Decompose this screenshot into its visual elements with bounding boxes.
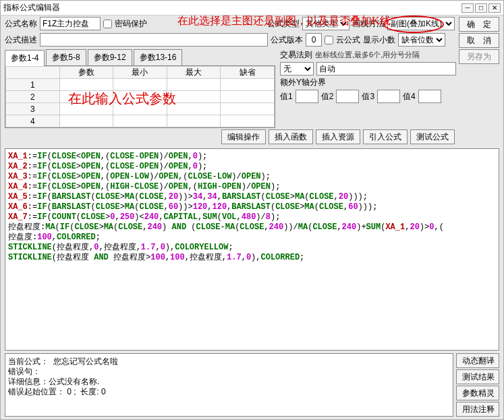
top-area: 公式名称 密码保护 在此选择是主图还是副图，以及是否叠加K线 公式类型 其他类型… (1, 16, 503, 146)
param-header-min: 最小 (113, 67, 167, 79)
saveas-button[interactable]: 另存为 (459, 49, 499, 64)
insert-res-button[interactable]: 插入资源 (316, 129, 360, 144)
v4-label: 值4 (403, 91, 416, 102)
decimal-label: 显示小数 (363, 34, 395, 46)
p3-name[interactable] (60, 104, 113, 115)
import-formula-button[interactable]: 引入公式 (363, 129, 408, 144)
p3-def[interactable] (221, 104, 274, 115)
p4-max[interactable] (167, 116, 221, 127)
p4-name[interactable] (60, 116, 113, 127)
param-header-default: 缺省 (221, 67, 275, 79)
close-icon[interactable]: ✕ (488, 3, 501, 13)
bottom-area: 当前公式： 您忘记写公式名啦 错误句： 详细信息：公式没有名称. 错误起始位置：… (5, 353, 499, 417)
toolbar: 编辑操作 插入函数 插入资源 引入公式 测试公式 (1, 128, 459, 146)
version-input[interactable] (306, 33, 322, 47)
password-checkbox[interactable] (103, 20, 112, 28)
param-header-blank (6, 67, 60, 79)
draw-select[interactable]: 副图(叠加K线) (387, 17, 455, 30)
p1-name[interactable] (60, 80, 113, 90)
draw-label: 画线方法 (352, 18, 385, 30)
upper-area: 参数1-4 参数5-8 参数9-12 参数13-16 参数 最小 最大 (1, 48, 459, 128)
v1-input[interactable] (296, 90, 318, 103)
version-label: 公式版本 (271, 34, 303, 46)
v3-input[interactable] (377, 90, 400, 103)
p3-min[interactable] (113, 104, 167, 115)
right-buttons: 动态翻译 测试结果 参数精灵 用法注释 (456, 353, 499, 417)
param-section: 参数1-4 参数5-8 参数9-12 参数13-16 参数 最小 最大 (1, 48, 277, 128)
minimize-icon[interactable]: ─ (461, 3, 474, 13)
param-row-4: 4 (6, 115, 60, 127)
name-input[interactable] (40, 17, 101, 30)
extra-y-label: 额外Y轴分界 (280, 77, 326, 88)
chart-pos-select[interactable]: 无 (280, 62, 314, 76)
decimal-select[interactable]: 缺省位数 (398, 33, 445, 47)
param-header-name: 参数 (59, 67, 113, 79)
dynamic-translate-button[interactable]: 动态翻译 (456, 353, 499, 368)
cancel-button[interactable]: 取 消 (459, 33, 499, 48)
message-panel: 当前公式： 您忘记写公式名啦 错误句： 详细信息：公式没有名称. 错误起始位置：… (5, 353, 453, 417)
tab-params-5-8[interactable]: 参数5-8 (46, 49, 86, 65)
usage-notes-button[interactable]: 用法注释 (456, 402, 499, 417)
row-name: 公式名称 密码保护 在此选择是主图还是副图，以及是否叠加K线 公式类型 其他类型… (1, 16, 459, 32)
code-editor[interactable]: XA_1:=IF(CLOSE<OPEN,(CLOSE-OPEN)/OPEN,0)… (5, 148, 499, 351)
cloud-checkbox[interactable] (325, 36, 333, 44)
desc-label: 公式描述 (5, 34, 37, 46)
test-formula-button[interactable]: 测试公式 (410, 129, 455, 144)
param-header-max: 最大 (167, 67, 221, 79)
rule-label: 交易法则 (280, 49, 312, 61)
p2-name[interactable] (60, 92, 113, 102)
right-options: 交易法则 坐标线位置,最多6个,用分号分隔 无 额外Y轴分界 值1 值2 值3 … (277, 48, 459, 128)
type-label: 公式类型 (267, 18, 300, 30)
p3-max[interactable] (167, 104, 221, 115)
p2-min[interactable] (113, 92, 167, 102)
rule-hint: 坐标线位置,最多6个,用分号分隔 (315, 50, 420, 60)
param-row-2: 2 (6, 91, 60, 103)
tab-params-9-12[interactable]: 参数9-12 (88, 49, 132, 65)
param-row-1: 1 (6, 79, 60, 91)
edit-ops-button[interactable]: 编辑操作 (221, 129, 266, 144)
p1-min[interactable] (113, 80, 167, 90)
param-grid: 参数 最小 最大 缺省 1 2 3 4 (5, 65, 275, 128)
ok-column: 确 定 取 消 另存为 (459, 16, 503, 146)
v4-input[interactable] (418, 90, 441, 103)
formula-editor-window: 指标公式编辑器 ─ □ ✕ 公式名称 密码保护 在此选择是主图还是副图，以及是否… (0, 0, 504, 420)
row-desc: 公式描述 公式版本 云公式 显示小数 缺省位数 (1, 32, 459, 48)
p2-def[interactable] (221, 92, 274, 102)
p1-max[interactable] (167, 80, 221, 90)
titlebar: 指标公式编辑器 ─ □ ✕ (1, 1, 503, 16)
p2-max[interactable] (167, 92, 221, 102)
name-label: 公式名称 (5, 18, 37, 30)
param-tabs: 参数1-4 参数5-8 参数9-12 参数13-16 (1, 48, 277, 65)
tab-params-1-4[interactable]: 参数1-4 (5, 50, 45, 66)
param-row-3: 3 (6, 103, 60, 115)
window-title: 指标公式编辑器 (3, 2, 460, 13)
v2-input[interactable] (336, 90, 359, 103)
maximize-icon[interactable]: □ (475, 3, 487, 13)
p4-def[interactable] (221, 116, 274, 127)
ok-button[interactable]: 确 定 (459, 17, 499, 32)
v3-label: 值3 (362, 91, 374, 102)
cloud-label: 云公式 (336, 34, 360, 46)
v1-label: 值1 (280, 91, 293, 102)
desc-input[interactable] (40, 33, 268, 47)
v2-label: 值2 (321, 91, 334, 102)
test-result-button[interactable]: 测试结果 (456, 369, 499, 384)
coord-input[interactable] (316, 62, 456, 76)
param-wizard-button[interactable]: 参数精灵 (456, 386, 499, 400)
tab-params-13-16[interactable]: 参数13-16 (134, 49, 183, 65)
p1-def[interactable] (221, 80, 274, 90)
type-select[interactable]: 其他类型 (302, 17, 349, 30)
p4-min[interactable] (113, 116, 167, 127)
top-forms: 公式名称 密码保护 在此选择是主图还是副图，以及是否叠加K线 公式类型 其他类型… (1, 16, 459, 146)
insert-func-button[interactable]: 插入函数 (269, 129, 313, 144)
password-label: 密码保护 (115, 18, 147, 30)
